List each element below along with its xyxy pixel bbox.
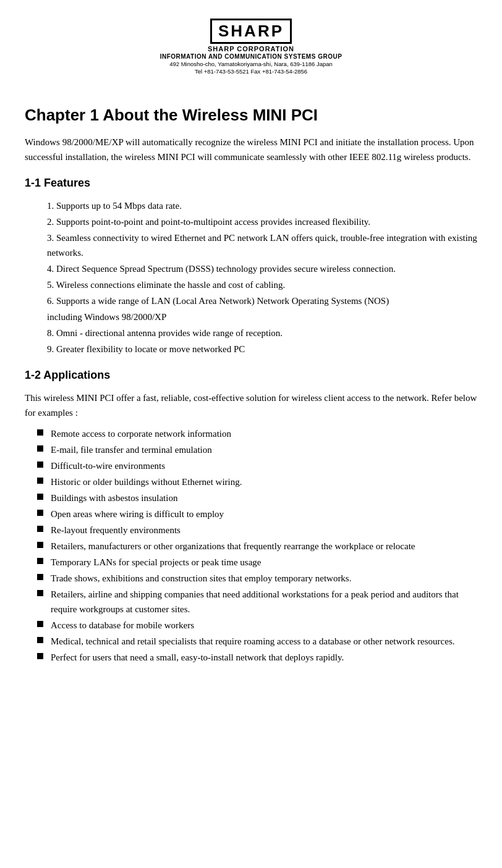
feature-2: 2. Supports point-to-point and point-to-… — [47, 214, 477, 229]
app-item-4-text: Historic or older buildings without Ethe… — [51, 474, 477, 489]
bullet-icon — [37, 590, 43, 596]
app-item-14: Perfect for users that need a small, eas… — [37, 650, 477, 665]
app-item-13: Medical, technical and retail specialist… — [37, 634, 477, 649]
bullet-icon — [37, 621, 43, 627]
chapter-intro: Windows 98/2000/ME/XP will automatically… — [25, 135, 477, 164]
applications-intro: This wireless MINI PCI offer a fast, rel… — [25, 390, 477, 420]
app-item-3-text: Difficult-to-wire environments — [51, 458, 477, 473]
company-address: 492 Minosho-cho, Yamatokoriyama-shi, Nar… — [160, 61, 342, 67]
feature-5: 5. Wireless connections eliminate the ha… — [47, 277, 477, 292]
bullet-icon — [37, 637, 43, 643]
app-item-4: Historic or older buildings without Ethe… — [37, 474, 477, 489]
app-item-8: Retailers, manufacturers or other organi… — [37, 539, 477, 554]
bullet-icon — [37, 445, 43, 452]
page: SHARP SHARP CORPORATION INFORMATION AND … — [0, 0, 502, 868]
company-group: INFORMATION AND COMMUNICATION SYSTEMS GR… — [160, 53, 342, 60]
app-item-13-text: Medical, technical and retail specialist… — [51, 634, 477, 649]
app-item-5: Buildings with asbestos insulation — [37, 491, 477, 505]
app-item-7-text: Re-layout frequently environments — [51, 523, 477, 537]
app-item-3: Difficult-to-wire environments — [37, 458, 477, 473]
app-item-6-text: Open areas where wiring is difficult to … — [51, 507, 477, 521]
bullet-icon — [37, 574, 43, 580]
app-item-1-text: Remote access to corporate network infor… — [51, 426, 477, 441]
app-item-7: Re-layout frequently environments — [37, 523, 477, 537]
company-name: SHARP CORPORATION — [160, 45, 342, 53]
header: SHARP SHARP CORPORATION INFORMATION AND … — [25, 12, 477, 87]
app-item-5-text: Buildings with asbestos insulation — [51, 491, 477, 505]
section-features: 1-1 Features 1. Supports up to 54 Mbps d… — [25, 177, 477, 356]
app-item-2: E-mail, file transfer and terminal emula… — [37, 442, 477, 457]
app-item-11: Retailers, airline and shipping companie… — [37, 587, 477, 617]
header-content: SHARP SHARP CORPORATION INFORMATION AND … — [160, 19, 342, 75]
features-list: 1. Supports up to 54 Mbps data rate. 2. … — [25, 198, 477, 356]
bullet-icon — [37, 558, 43, 564]
app-item-11-text: Retailers, airline and shipping companie… — [51, 587, 477, 617]
app-item-14-text: Perfect for users that need a small, eas… — [51, 650, 477, 665]
app-item-12: Access to database for mobile workers — [37, 618, 477, 633]
company-tel: Tel +81-743-53-5521 Fax +81-743-54-2856 — [160, 68, 342, 75]
applications-list: Remote access to corporate network infor… — [25, 426, 477, 665]
app-item-6: Open areas where wiring is difficult to … — [37, 507, 477, 521]
feature-4: 4. Direct Sequence Spread Spectrum (DSSS… — [47, 261, 477, 276]
app-item-9: Temporary LANs for special projects or p… — [37, 555, 477, 570]
bullet-icon — [37, 494, 43, 500]
sharp-logo: SHARP — [210, 19, 292, 44]
bullet-icon — [37, 653, 43, 659]
bullet-icon — [37, 429, 43, 436]
bullet-icon — [37, 478, 43, 484]
feature-6b: including Windows 98/2000/XP — [47, 310, 477, 324]
app-item-2-text: E-mail, file transfer and terminal emula… — [51, 442, 477, 457]
bullet-icon — [37, 526, 43, 532]
bullet-icon — [37, 510, 43, 516]
section-features-title: 1-1 Features — [25, 177, 477, 190]
app-item-10-text: Trade shows, exhibitions and constructio… — [51, 571, 477, 586]
app-item-12-text: Access to database for mobile workers — [51, 618, 477, 633]
feature-8: 8. Omni - directional antenna provides w… — [47, 326, 477, 340]
app-item-8-text: Retailers, manufacturers or other organi… — [51, 539, 477, 554]
chapter-title: Chapter 1 About the Wireless MINI PCI — [25, 106, 477, 125]
section-applications: 1-2 Applications This wireless MINI PCI … — [25, 369, 477, 665]
app-item-10: Trade shows, exhibitions and constructio… — [37, 571, 477, 586]
feature-3: 3. Seamless connectivity to wired Ethern… — [47, 230, 477, 260]
section-applications-title: 1-2 Applications — [25, 369, 477, 382]
feature-9: 9. Greater flexibility to locate or move… — [47, 342, 477, 356]
app-item-9-text: Temporary LANs for special projects or p… — [51, 555, 477, 570]
feature-6: 6. Supports a wide range of LAN (Local A… — [47, 293, 477, 308]
feature-1: 1. Supports up to 54 Mbps data rate. — [47, 198, 477, 213]
bullet-icon — [37, 542, 43, 548]
bullet-icon — [37, 461, 43, 468]
app-item-1: Remote access to corporate network infor… — [37, 426, 477, 441]
